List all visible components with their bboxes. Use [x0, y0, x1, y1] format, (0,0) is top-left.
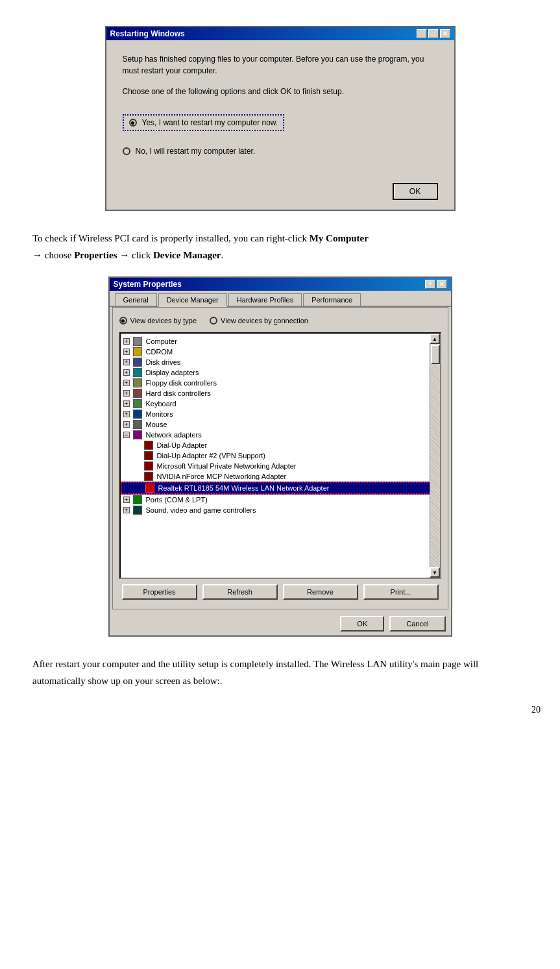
list-item[interactable]: + Sound, video and game controllers	[121, 505, 440, 515]
expand-display[interactable]: +	[123, 369, 130, 376]
expand-network[interactable]: −	[123, 432, 130, 438]
list-item[interactable]: + Display adapters	[121, 367, 440, 378]
expand-sound[interactable]: +	[123, 507, 130, 513]
dialup2-icon	[144, 451, 153, 460]
instruction-middle: choose	[45, 250, 74, 260]
realtek-label: Realtek RTL8185 54M Wireless LAN Network…	[158, 484, 330, 492]
monitors-label: Monitors	[146, 410, 173, 418]
tab-device-manager[interactable]: Device Manager	[158, 293, 227, 307]
expand-mouse[interactable]: +	[123, 421, 130, 428]
expand-cdrom[interactable]: +	[123, 349, 130, 355]
arrow1: →	[32, 250, 42, 260]
view-by-type-option[interactable]: View devices by type	[119, 317, 197, 325]
expand-computer[interactable]: +	[123, 338, 130, 345]
sysprop-container: System Properties ? ✕ General Device Man…	[32, 276, 528, 637]
floppy-icon	[133, 378, 142, 387]
page-number: 20	[531, 705, 541, 715]
sysprop-action-buttons: Properties Refresh Remove Print...	[122, 584, 439, 600]
scroll-up-arrow[interactable]: ▲	[430, 334, 440, 344]
sysprop-help-button[interactable]: ?	[425, 280, 435, 289]
expand-monitors[interactable]: +	[123, 411, 130, 417]
radio-connection[interactable]	[210, 317, 217, 325]
close-button[interactable]: ✕	[440, 29, 450, 38]
radio-no[interactable]	[123, 147, 130, 155]
list-item[interactable]: + CDROM	[121, 347, 440, 357]
list-item-realtek[interactable]: Realtek RTL8185 54M Wireless LAN Network…	[121, 482, 440, 495]
dialup-icon	[144, 441, 153, 450]
computer-label: Computer	[146, 337, 177, 345]
properties-button[interactable]: Properties	[122, 584, 197, 600]
expand-keyboard[interactable]: +	[123, 400, 130, 407]
list-item[interactable]: NVIDIA nForce MCP Networking Adapter	[121, 471, 440, 482]
display-icon	[133, 368, 142, 377]
sysprop-tabs: General Device Manager Hardware Profiles…	[110, 291, 451, 307]
ports-icon	[133, 495, 142, 504]
vpn-icon	[144, 461, 153, 471]
radio-type[interactable]	[119, 317, 127, 325]
refresh-button[interactable]: Refresh	[202, 584, 278, 600]
expand-hdd[interactable]: +	[123, 390, 130, 397]
network-icon	[133, 430, 142, 439]
arrow2: →	[119, 250, 129, 260]
system-properties-dialog: System Properties ? ✕ General Device Man…	[108, 276, 452, 637]
expand-disk[interactable]: +	[123, 359, 130, 365]
view-by-connection-option[interactable]: View devices by connection	[210, 317, 308, 325]
device-list-scrollbar[interactable]: ▲ ▼	[430, 334, 440, 578]
expand-floppy[interactable]: +	[123, 380, 130, 386]
sysprop-title: System Properties	[114, 280, 182, 289]
sysprop-titlebar-buttons: ? ✕	[425, 280, 447, 289]
disk-label: Disk drives	[146, 358, 181, 366]
list-item[interactable]: − Network adapters	[121, 430, 440, 440]
keyboard-icon	[133, 399, 142, 408]
nvidia-label: NVIDIA nForce MCP Networking Adapter	[157, 472, 287, 480]
instruction-before: To check if Wireless PCI card is properl…	[32, 233, 310, 243]
sound-icon	[133, 506, 142, 515]
scroll-thumb[interactable]	[431, 345, 440, 364]
list-item[interactable]: Dial-Up Adapter	[121, 440, 440, 450]
device-manager-bold: Device Manager	[153, 250, 221, 260]
list-item[interactable]: + Floppy disk controllers	[121, 378, 440, 388]
restart-dialog-container: Restarting Windows _ □ ✕ Setup has finis…	[32, 26, 528, 211]
restart-dialog-body: Setup has finished copying files to your…	[106, 40, 454, 177]
sysprop-close-button[interactable]: ✕	[437, 280, 447, 289]
scroll-down-arrow[interactable]: ▼	[430, 567, 440, 578]
restart-option-yes-label: Yes, I want to restart my computer now.	[142, 118, 278, 127]
restart-windows-dialog: Restarting Windows _ □ ✕ Setup has finis…	[105, 26, 456, 211]
remove-button[interactable]: Remove	[283, 584, 358, 600]
expand-ports[interactable]: +	[123, 497, 130, 503]
list-item[interactable]: + Disk drives	[121, 357, 440, 367]
restart-dialog-titlebar: Restarting Windows _ □ ✕	[106, 27, 454, 40]
my-computer-bold: My Computer	[310, 233, 369, 243]
minimize-button[interactable]: _	[417, 29, 427, 38]
restart-option-no-label: No, I will restart my computer later.	[136, 147, 256, 156]
hdd-icon	[133, 389, 142, 398]
page: Restarting Windows _ □ ✕ Setup has finis…	[0, 0, 560, 728]
list-item[interactable]: Dial-Up Adapter #2 (VPN Support)	[121, 450, 440, 461]
sysprop-cancel-button[interactable]: Cancel	[389, 616, 445, 632]
list-item[interactable]: + Computer	[121, 336, 440, 347]
radio-yes[interactable]	[129, 119, 137, 127]
list-item[interactable]: + Hard disk controllers	[121, 388, 440, 399]
list-item[interactable]: + Monitors	[121, 409, 440, 419]
sysprop-ok-cancel-row: OK Cancel	[110, 612, 451, 635]
computer-icon	[133, 337, 142, 346]
restart-ok-button[interactable]: OK	[393, 183, 438, 200]
list-item[interactable]: + Mouse	[121, 419, 440, 430]
restart-option-no[interactable]: No, I will restart my computer later.	[123, 147, 438, 156]
display-label: Display adapters	[146, 369, 199, 376]
tab-performance[interactable]: Performance	[303, 293, 361, 306]
tab-general[interactable]: General	[115, 293, 157, 306]
tab-hardware-profiles[interactable]: Hardware Profiles	[228, 293, 302, 306]
list-item[interactable]: Microsoft Virtual Private Networking Ada…	[121, 461, 440, 471]
print-button[interactable]: Print...	[363, 584, 439, 600]
sysprop-content-area: View devices by type View devices by con…	[112, 307, 448, 609]
list-item[interactable]: + Keyboard	[121, 399, 440, 409]
sysprop-ok-button[interactable]: OK	[340, 616, 384, 632]
vpn-label: Microsoft Virtual Private Networking Ada…	[157, 462, 297, 470]
list-item[interactable]: + Ports (COM & LPT)	[121, 495, 440, 505]
restart-option-yes[interactable]: Yes, I want to restart my computer now.	[123, 114, 285, 131]
after-restart-text: After restart your computer and the util…	[32, 656, 528, 689]
mouse-icon	[133, 420, 142, 429]
maximize-button[interactable]: □	[428, 29, 439, 38]
properties-bold: Properties	[74, 250, 117, 260]
